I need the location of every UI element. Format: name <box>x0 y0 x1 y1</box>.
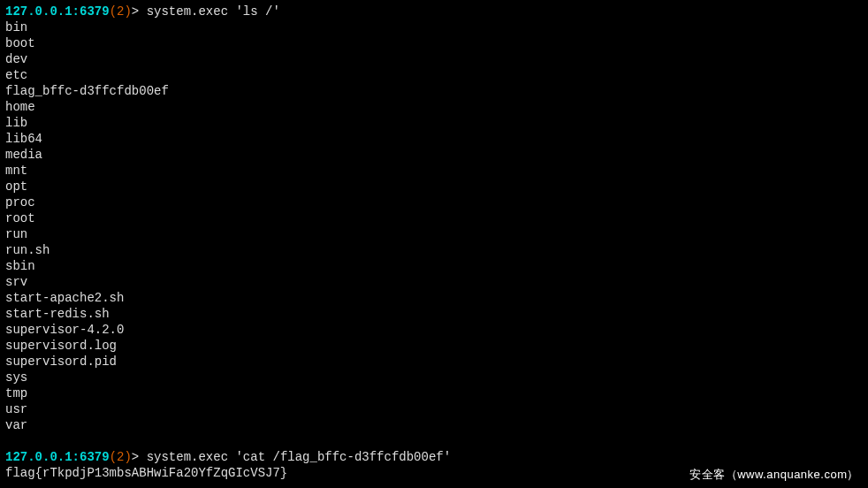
output-line: dev <box>5 51 863 67</box>
output-line: supervisord.pid <box>5 354 863 370</box>
output-line: sys <box>5 370 863 385</box>
prompt-host: 127.0.0.1:6379 <box>5 4 110 19</box>
output-line: root <box>5 210 863 226</box>
prompt-separator: > <box>132 4 147 19</box>
output-line: usr <box>5 401 863 417</box>
output-line: media <box>5 147 863 163</box>
command-text: system.exec 'ls /' <box>147 4 280 19</box>
output-line: lib64 <box>5 131 863 147</box>
output-line: start-apache2.sh <box>5 290 863 306</box>
output-line: run.sh <box>5 242 863 258</box>
terminal[interactable]: 127.0.0.1:6379(2)> system.exec 'ls /'bin… <box>0 0 868 488</box>
output-line: sbin <box>5 258 863 274</box>
command-line: 127.0.0.1:6379(2)> system.exec 'ls /' <box>5 4 863 19</box>
output-line: opt <box>5 179 863 194</box>
output-line: etc <box>5 67 863 83</box>
output-line: proc <box>5 194 863 210</box>
output-line: var <box>5 417 863 433</box>
output-line: start-redis.sh <box>5 306 863 322</box>
output-line: supervisord.log <box>5 338 863 354</box>
output-line: run <box>5 226 863 242</box>
prompt-db-close: ) <box>124 4 131 19</box>
prompt-host: 127.0.0.1:6379 <box>5 450 110 464</box>
watermark: 安全客（www.anquanke.com） <box>689 467 859 483</box>
blank-line <box>5 433 863 449</box>
prompt-db-close: ) <box>124 450 131 464</box>
command-line: 127.0.0.1:6379(2)> system.exec 'cat /fla… <box>5 449 863 465</box>
prompt-db-open: ( <box>110 450 117 464</box>
output-line: mnt <box>5 163 863 179</box>
output-line: supervisor-4.2.0 <box>5 322 863 338</box>
prompt-separator: > <box>132 450 147 464</box>
output-line: srv <box>5 274 863 290</box>
output-line: home <box>5 99 863 115</box>
prompt-db-open: ( <box>110 4 117 19</box>
output-line: lib <box>5 115 863 131</box>
command-text: system.exec 'cat /flag_bffc-d3ffcfdb00ef… <box>147 450 451 464</box>
output-line: tmp <box>5 385 863 401</box>
output-line: boot <box>5 35 863 51</box>
output-line: flag_bffc-d3ffcfdb00ef <box>5 83 863 99</box>
output-line: bin <box>5 19 863 35</box>
